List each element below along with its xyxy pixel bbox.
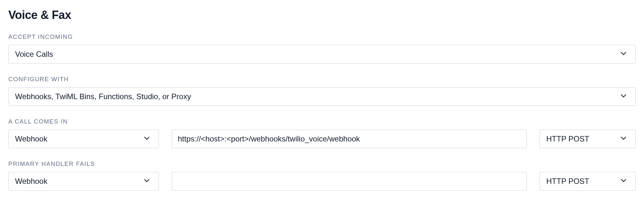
primary-handler-fails-url-input[interactable]	[172, 172, 527, 191]
section-title: Voice & Fax	[8, 8, 636, 22]
configure-with-value: Webhooks, TwiML Bins, Functions, Studio,…	[15, 92, 619, 101]
primary-handler-fails-handler-select[interactable]: Webhook	[8, 172, 159, 191]
call-comes-in-handler-select[interactable]: Webhook	[8, 130, 159, 148]
chevron-down-icon	[619, 49, 628, 59]
configure-with-label: CONFIGURE WITH	[8, 76, 636, 83]
chevron-down-icon	[619, 91, 628, 102]
call-comes-in-handler-value: Webhook	[15, 134, 143, 143]
primary-handler-fails-handler-value: Webhook	[15, 177, 143, 186]
chevron-down-icon	[619, 176, 628, 186]
call-comes-in-label: A CALL COMES IN	[8, 118, 636, 125]
accept-incoming-field: ACCEPT INCOMING Voice Calls	[8, 33, 636, 64]
call-comes-in-url-input[interactable]	[172, 130, 527, 148]
chevron-down-icon	[143, 176, 151, 186]
call-comes-in-method-value: HTTP POST	[546, 134, 619, 143]
primary-handler-fails-method-value: HTTP POST	[546, 177, 619, 186]
call-comes-in-field: A CALL COMES IN Webhook HTTP POST	[8, 118, 636, 148]
configure-with-select[interactable]: Webhooks, TwiML Bins, Functions, Studio,…	[8, 87, 636, 106]
chevron-down-icon	[619, 134, 628, 144]
primary-handler-fails-method-select[interactable]: HTTP POST	[540, 172, 636, 191]
accept-incoming-value: Voice Calls	[15, 50, 619, 59]
accept-incoming-label: ACCEPT INCOMING	[8, 33, 636, 40]
accept-incoming-select[interactable]: Voice Calls	[8, 45, 636, 64]
chevron-down-icon	[143, 134, 151, 144]
primary-handler-fails-label: PRIMARY HANDLER FAILS	[8, 160, 636, 167]
configure-with-field: CONFIGURE WITH Webhooks, TwiML Bins, Fun…	[8, 76, 636, 106]
voice-fax-settings: Voice & Fax ACCEPT INCOMING Voice Calls …	[0, 0, 644, 203]
primary-handler-fails-field: PRIMARY HANDLER FAILS Webhook HTTP POST	[8, 160, 636, 191]
call-comes-in-method-select[interactable]: HTTP POST	[540, 130, 636, 148]
